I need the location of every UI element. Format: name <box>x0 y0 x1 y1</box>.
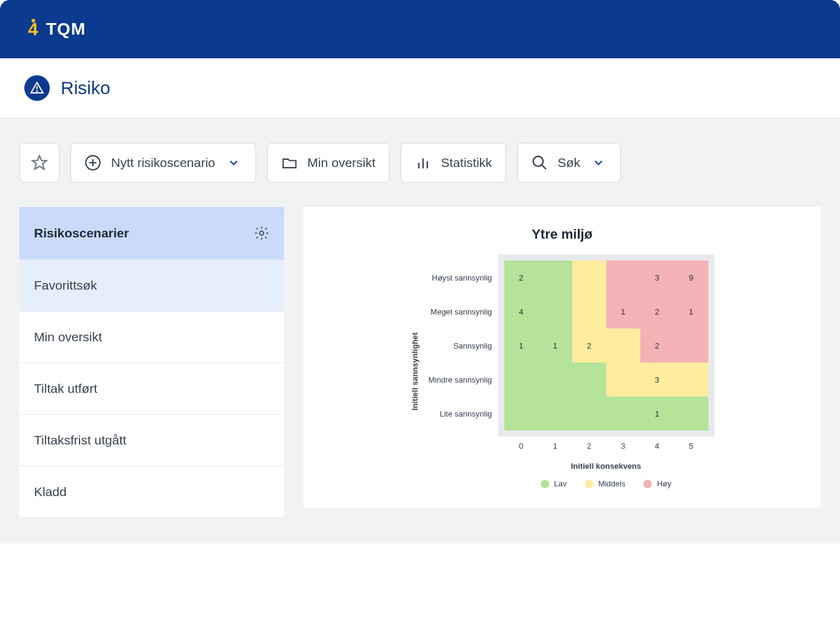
sidebar-item[interactable]: Tiltaksfrist utgått <box>19 415 284 466</box>
logo: 4 TQM <box>24 18 86 40</box>
svg-point-11 <box>533 157 543 166</box>
svg-marker-4 <box>32 155 46 169</box>
matrix-cell[interactable]: 3 <box>640 260 674 294</box>
matrix-cell[interactable]: 4 <box>504 294 538 329</box>
logo-icon: 4 <box>24 18 42 40</box>
matrix-cell[interactable]: 2 <box>640 294 674 329</box>
statistics-button[interactable]: Statistikk <box>401 143 506 183</box>
matrix-cell[interactable]: 1 <box>640 397 674 431</box>
toolbar: Nytt risikoscenario Min oversikt Statist… <box>19 143 821 183</box>
gear-icon[interactable] <box>254 225 269 241</box>
legend-swatch <box>585 480 594 488</box>
sidebar-item[interactable]: Kladd <box>19 466 284 518</box>
plus-circle-icon <box>84 154 101 171</box>
matrix-row-label: Mindre sannsynlig <box>425 363 498 397</box>
matrix-cell[interactable]: 1 <box>674 294 708 329</box>
matrix-cell[interactable] <box>504 363 538 397</box>
chart-legend: LavMiddelsHøy <box>498 479 714 488</box>
chevron-down-icon <box>225 154 242 171</box>
x-tick: 4 <box>640 437 674 451</box>
legend-label: Middels <box>598 479 626 488</box>
risk-icon <box>24 75 50 101</box>
search-label: Søk <box>558 155 580 170</box>
new-scenario-label: Nytt risikoscenario <box>111 155 215 170</box>
legend-swatch <box>643 480 652 488</box>
matrix-cell[interactable] <box>606 329 640 363</box>
matrix-cell[interactable] <box>538 363 572 397</box>
search-icon <box>531 154 548 171</box>
x-tick: 3 <box>606 437 640 451</box>
chart-y-label: Initiell sannsynlighet <box>410 254 419 488</box>
matrix-cell[interactable]: 1 <box>504 329 538 363</box>
matrix-cell[interactable] <box>538 294 572 329</box>
matrix-cell[interactable]: 2 <box>504 260 538 294</box>
sidebar-item-label: Min oversikt <box>34 330 102 344</box>
page-header: Risiko <box>0 58 840 118</box>
matrix-cell[interactable] <box>674 329 708 363</box>
matrix-cell[interactable] <box>674 363 708 397</box>
sidebar: RisikoscenarierFavorittsøkMin oversiktTi… <box>19 207 284 518</box>
matrix-cell[interactable] <box>572 363 606 397</box>
matrix-cell[interactable]: 1 <box>606 294 640 329</box>
matrix-cell[interactable] <box>606 363 640 397</box>
legend-swatch <box>541 480 549 488</box>
sidebar-item-label: Favorittsøk <box>34 278 97 293</box>
top-bar: 4 TQM <box>0 0 840 58</box>
favorite-button[interactable] <box>19 143 59 183</box>
search-button[interactable]: Søk <box>517 143 621 183</box>
x-tick: 1 <box>538 437 572 451</box>
matrix-cell[interactable] <box>606 260 640 294</box>
sidebar-item-label: Kladd <box>34 485 67 499</box>
chart-panel: Ytre miljø Initiell sannsynlighet Høyst … <box>303 207 821 508</box>
legend-item: Middels <box>585 479 626 488</box>
sidebar-item-label: Risikoscenarier <box>34 226 129 240</box>
bar-chart-icon <box>415 154 432 171</box>
svg-point-13 <box>260 231 264 236</box>
matrix-cell[interactable]: 3 <box>640 363 674 397</box>
sidebar-item[interactable]: Favorittsøk <box>19 260 284 312</box>
legend-label: Lav <box>554 479 567 488</box>
matrix-row-label: Meget sannsynlig <box>425 294 498 329</box>
matrix-cell[interactable]: 2 <box>572 329 606 363</box>
matrix-cell[interactable] <box>538 397 572 431</box>
star-icon <box>31 154 48 171</box>
my-overview-button[interactable]: Min oversikt <box>267 143 390 183</box>
legend-label: Høy <box>657 479 671 488</box>
matrix-cell[interactable]: 1 <box>538 329 572 363</box>
matrix-cell[interactable] <box>674 397 708 431</box>
sidebar-item-label: Tiltak utført <box>34 381 97 396</box>
matrix-cell[interactable] <box>572 260 606 294</box>
folder-icon <box>281 154 298 171</box>
chevron-down-icon <box>590 154 607 171</box>
x-tick: 2 <box>572 437 606 451</box>
sidebar-item[interactable]: Tiltak utført <box>19 363 284 415</box>
svg-point-3 <box>37 91 38 92</box>
x-tick: 0 <box>504 437 538 451</box>
statistics-label: Statistikk <box>441 155 492 170</box>
new-scenario-button[interactable]: Nytt risikoscenario <box>70 143 256 183</box>
matrix-cell[interactable]: 9 <box>674 260 708 294</box>
my-overview-label: Min oversikt <box>308 155 376 170</box>
sidebar-item[interactable]: Min oversikt <box>19 312 284 363</box>
risk-matrix: 2394121112231 <box>498 254 714 437</box>
matrix-cell[interactable] <box>606 397 640 431</box>
matrix-cell[interactable] <box>504 397 538 431</box>
svg-point-1 <box>32 19 35 22</box>
svg-line-12 <box>541 165 546 169</box>
chart-title: Ytre miljø <box>328 226 796 242</box>
page-title: Risiko <box>61 78 110 98</box>
sidebar-item-label: Tiltaksfrist utgått <box>34 433 126 448</box>
logo-text: TQM <box>46 19 86 39</box>
matrix-cell[interactable]: 2 <box>640 329 674 363</box>
sidebar-item[interactable]: Risikoscenarier <box>19 207 284 260</box>
matrix-cell[interactable] <box>538 260 572 294</box>
matrix-row-label: Lite sannsynlig <box>425 397 498 431</box>
matrix-cell[interactable] <box>572 397 606 431</box>
x-tick: 5 <box>674 437 708 451</box>
matrix-cell[interactable] <box>572 294 606 329</box>
matrix-row-label: Høyst sannsynlig <box>425 260 498 294</box>
legend-item: Lav <box>541 479 567 488</box>
chart-x-label: Initiell konsekvens <box>498 461 714 471</box>
legend-item: Høy <box>643 479 671 488</box>
matrix-row-label: Sannsynlig <box>425 329 498 363</box>
